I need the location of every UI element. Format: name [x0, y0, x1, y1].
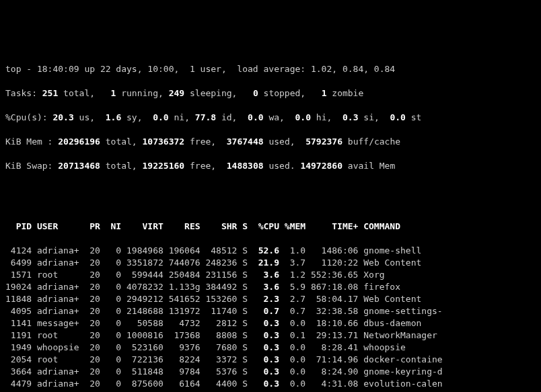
summary-line-tasks: Tasks: 251 total, 1 running, 249 sleepin…	[5, 87, 536, 100]
table-row: 1141 message+ 20 0 50588 4732 2812 S 0.3…	[5, 317, 536, 329]
cpu-value: 3.6	[253, 282, 279, 292]
terminal-top-output[interactable]: { "summary": { "line1_raw": "top - 18:40…	[0, 0, 541, 392]
cpu-value: 3.6	[253, 270, 279, 280]
cpu-value: 0.3	[253, 354, 279, 364]
table-row: 4095 adriana+ 20 0 2148688 131972 11740 …	[5, 305, 536, 317]
summary-line-mem: KiB Mem : 20296196 total, 10736372 free,…	[5, 136, 536, 148]
table-row: 1571 root 20 0 599444 250484 231156 S 3.…	[5, 269, 536, 281]
cpu-value: 0.3	[253, 342, 279, 352]
table-row: 4124 adriana+ 20 0 1984968 196064 48512 …	[5, 245, 536, 257]
cpu-value: 0.3	[253, 318, 279, 328]
cpu-value: 0.3	[253, 366, 279, 377]
table-row: 1191 root 20 0 1000816 17368 8808 S 0.3 …	[5, 329, 536, 342]
summary-line-uptime: top - 18:40:09 up 22 days, 10:00, 1 user…	[5, 63, 536, 75]
table-row: 4479 adriana+ 20 0 875600 6164 4400 S 0.…	[5, 378, 536, 390]
summary-line-cpu: %Cpu(s): 20.3 us, 1.6 sy, 0.0 ni, 77.8 i…	[5, 112, 536, 124]
cpu-value: 52.6	[253, 245, 279, 256]
cpu-value: 0.3	[253, 379, 279, 389]
cpu-value: 0.3	[253, 330, 279, 340]
table-row: 6499 adriana+ 20 0 3351872 744076 248236…	[5, 257, 536, 269]
table-row: 3664 adriana+ 20 0 511848 9784 5376 S 0.…	[5, 366, 536, 378]
cpu-value: 2.3	[253, 294, 279, 304]
process-table: 4124 adriana+ 20 0 1984968 196064 48512 …	[5, 245, 536, 392]
cpu-value: 21.9	[253, 258, 279, 268]
cpu-value: 0.7	[253, 306, 279, 316]
table-row: 1949 whoopsie 20 0 523160 9376 7680 S 0.…	[5, 342, 536, 354]
table-row: 19024 adriana+ 20 0 4078232 1.133g 38449…	[5, 281, 536, 293]
summary-line-swap: KiB Swap: 20713468 total, 19225160 free,…	[5, 160, 536, 172]
table-row: 2054 root 20 0 722136 8224 3372 S 0.3 0.…	[5, 354, 536, 366]
summary-block: top - 18:40:09 up 22 days, 10:00, 1 user…	[5, 51, 536, 184]
column-header-row[interactable]: PID USER PR NI VIRT RES SHR S %CPU %MEM …	[5, 221, 536, 233]
table-row: 11848 adriana+ 20 0 2949212 541652 15326…	[5, 293, 536, 305]
